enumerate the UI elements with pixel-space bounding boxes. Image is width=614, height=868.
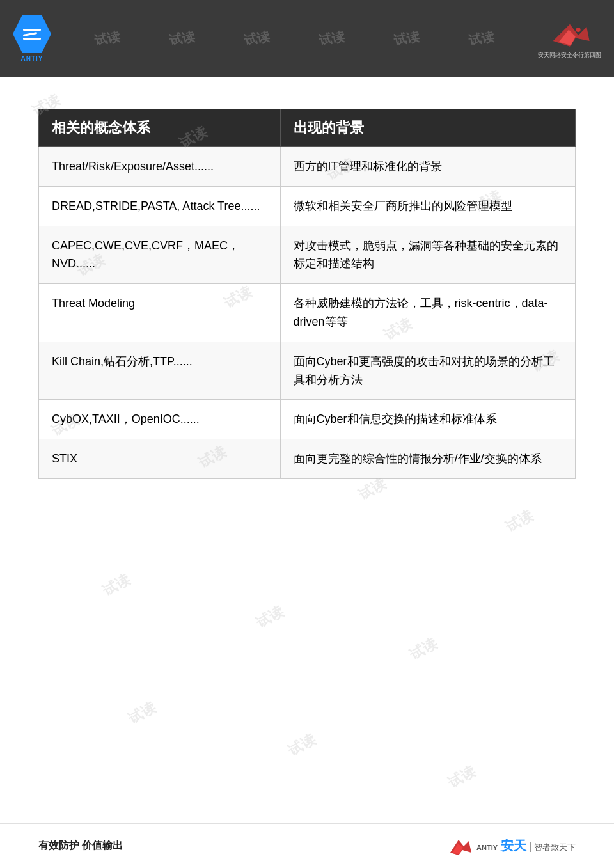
logo-label: ANTIY [21, 55, 43, 62]
table-row: Threat Modeling各种威胁建模的方法论，工具，risk-centri… [39, 284, 576, 342]
footer-antiy: ANTIY [476, 844, 498, 851]
header-subtitle: 安天网络安全令行第四图 [538, 51, 601, 59]
wm-17: 试读 [285, 730, 319, 761]
header-wm-1: 试读 [93, 28, 122, 49]
footer-right: ANTIY 安天 智者致天下 [447, 835, 576, 857]
table-cell-col1-0: Threat/Risk/Exposure/Asset...... [39, 147, 281, 187]
table-cell-col1-1: DREAD,STRIDE,PASTA, Attack Tree...... [39, 186, 281, 226]
wm-18: 试读 [445, 762, 478, 793]
footer: 有效防护 价值输出 ANTIY 安天 智者致天下 [0, 823, 614, 868]
table-cell-col2-6: 面向更完整的综合性的情报分析/作业/交换的体系 [280, 439, 575, 479]
table-row: CAPEC,CWE,CVE,CVRF，MAEC，NVD......对攻击模式，脆… [39, 226, 576, 284]
table-cell-col2-5: 面向Cyber和信息交换的描述和标准体系 [280, 400, 575, 439]
table-cell-col1-3: Threat Modeling [39, 284, 281, 342]
table-row: Kill Chain,钻石分析,TTP......面向Cyber和更高强度的攻击… [39, 342, 576, 400]
concept-table: 相关的概念体系 出现的背景 Threat/Risk/Exposure/Asset… [38, 109, 576, 479]
col1-header: 相关的概念体系 [39, 109, 281, 147]
table-cell-col2-1: 微软和相关安全厂商所推出的风险管理模型 [280, 186, 575, 226]
table-cell-col2-4: 面向Cyber和更高强度的攻击和对抗的场景的分析工具和分析方法 [280, 342, 575, 400]
header-wm-4: 试读 [318, 28, 346, 49]
logo-hexagon [13, 15, 51, 53]
table-cell-col1-2: CAPEC,CWE,CVE,CVRF，MAEC，NVD...... [39, 226, 281, 284]
wm-15: 试读 [406, 634, 440, 665]
wm-12: 试读 [502, 506, 536, 537]
footer-logo-sub: 智者致天下 [530, 842, 576, 852]
header-right: 安天网络安全令行第四图 [538, 18, 601, 59]
header-watermarks: 试读 试读 试读 试读 试读 试读 [51, 30, 538, 47]
table-row: Threat/Risk/Exposure/Asset......西方的IT管理和… [39, 147, 576, 187]
logo-line-1 [23, 29, 41, 31]
footer-logo-icon [447, 835, 473, 857]
table-cell-col2-0: 西方的IT管理和标准化的背景 [280, 147, 575, 187]
wm-13: 试读 [99, 570, 133, 601]
footer-logo-text-block: ANTIY 安天 智者致天下 [476, 837, 576, 855]
col2-header: 出现的背景 [280, 109, 575, 147]
header-wm-5: 试读 [393, 28, 421, 49]
logo-block: ANTIY [13, 15, 51, 62]
table-cell-col2-2: 对攻击模式，脆弱点，漏洞等各种基础的安全元素的标定和描述结构 [280, 226, 575, 284]
footer-left-text: 有效防护 价值输出 [38, 839, 123, 853]
wm-14: 试读 [253, 602, 287, 633]
header: ANTIY 试读 试读 试读 试读 试读 试读 安天网络安全令行第四图 [0, 0, 614, 77]
table-row: DREAD,STRIDE,PASTA, Attack Tree......微软和… [39, 186, 576, 226]
logo-line-2 [23, 32, 37, 36]
table-cell-col1-6: STIX [39, 439, 281, 479]
table-row: CybOX,TAXII，OpenIOC......面向Cyber和信息交换的描述… [39, 400, 576, 439]
footer-logo-main: 安天 [501, 839, 526, 853]
table-cell-col2-3: 各种威胁建模的方法论，工具，risk-centric，data-driven等等 [280, 284, 575, 342]
header-right-logo-svg [547, 18, 592, 50]
logo-line-3 [23, 38, 41, 40]
logo-lines [18, 24, 46, 45]
wm-16: 试读 [125, 698, 159, 729]
table-cell-col1-5: CybOX,TAXII，OpenIOC...... [39, 400, 281, 439]
header-wm-3: 试读 [243, 28, 271, 49]
table-cell-col1-4: Kill Chain,钻石分析,TTP...... [39, 342, 281, 400]
table-row: STIX面向更完整的综合性的情报分析/作业/交换的体系 [39, 439, 576, 479]
header-wm-2: 试读 [168, 28, 196, 49]
svg-point-2 [576, 27, 580, 31]
header-wm-6: 试读 [468, 28, 496, 49]
main-content: 相关的概念体系 出现的背景 Threat/Risk/Exposure/Asset… [0, 77, 614, 492]
